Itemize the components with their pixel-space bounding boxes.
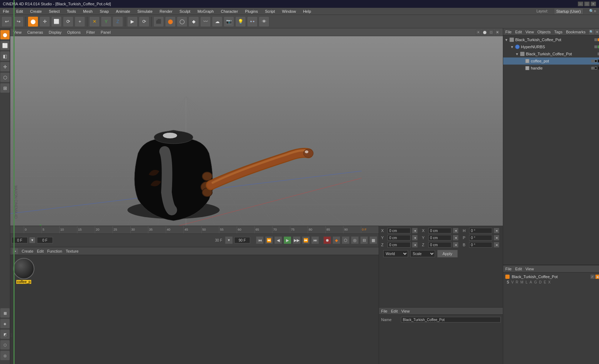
tab-g[interactable]: G bbox=[534, 280, 537, 284]
menu-file[interactable]: File bbox=[1, 9, 11, 14]
attr-menu-file[interactable]: File bbox=[505, 267, 512, 271]
tab-a[interactable]: A bbox=[529, 280, 532, 284]
tab-r[interactable]: R bbox=[516, 280, 518, 284]
record-btn[interactable]: ⏺ bbox=[323, 236, 331, 244]
record-options-btn[interactable]: ⊟ bbox=[360, 236, 368, 244]
menu-mesh[interactable]: Mesh bbox=[82, 9, 94, 14]
menu-simulate[interactable]: Simulate bbox=[136, 9, 154, 14]
material-coffee-pot[interactable]: coffee_p bbox=[13, 258, 34, 361]
b-field[interactable] bbox=[469, 242, 492, 248]
camera-icon[interactable]: 📷 bbox=[224, 16, 234, 27]
render-view-icon[interactable]: 👁 bbox=[259, 16, 269, 27]
p-field[interactable] bbox=[469, 235, 492, 241]
menu-sculpt[interactable]: Sculpt bbox=[178, 9, 192, 14]
x-size-arrow[interactable]: ◂ bbox=[453, 228, 458, 233]
tab-s[interactable]: S bbox=[507, 280, 509, 284]
viewport-menu-cameras[interactable]: Cameras bbox=[27, 30, 43, 34]
prev-keyframe-btn[interactable]: ⏪ bbox=[265, 236, 273, 244]
props-menu-file[interactable]: File bbox=[381, 309, 388, 313]
menu-snap[interactable]: Snap bbox=[98, 9, 110, 14]
keyframe-btn[interactable]: ◆ bbox=[333, 236, 340, 244]
b-arrow[interactable]: ◂ bbox=[494, 242, 499, 248]
viewport-menu-display[interactable]: Display bbox=[49, 30, 61, 34]
next-keyframe-btn[interactable]: ⏩ bbox=[302, 236, 310, 244]
z-size-field[interactable] bbox=[428, 242, 451, 248]
paint-btn[interactable]: ⬡ bbox=[0, 72, 10, 82]
h-arrow[interactable]: ◂ bbox=[494, 228, 499, 233]
obj-menu-view[interactable]: View bbox=[526, 30, 534, 34]
cube-icon[interactable]: ⬛ bbox=[153, 16, 164, 27]
menu-plugins[interactable]: Plugins bbox=[244, 9, 259, 14]
material-menu-function[interactable]: Function bbox=[47, 249, 62, 253]
props-menu-edit[interactable]: Edit bbox=[391, 309, 398, 313]
redo-button[interactable]: ↪ bbox=[13, 16, 24, 27]
tab-l[interactable]: L bbox=[526, 280, 528, 284]
y-axis[interactable]: Y bbox=[101, 16, 111, 27]
tab-d[interactable]: D bbox=[539, 280, 542, 284]
motion-btn[interactable]: ⬡ bbox=[342, 236, 350, 244]
filter-icon[interactable]: ≡ bbox=[595, 29, 599, 34]
viewport-menu-options[interactable]: Options bbox=[67, 30, 81, 34]
animate-icon[interactable]: ⟳ bbox=[139, 16, 149, 27]
x-pos-arrow[interactable]: ◂ bbox=[412, 228, 418, 233]
select-tool[interactable]: ⬤ bbox=[28, 16, 38, 27]
y-pos-arrow[interactable]: ◂ bbox=[412, 235, 418, 241]
material-menu-edit[interactable]: Edit bbox=[37, 249, 44, 253]
mode-b[interactable]: ◈ bbox=[0, 319, 10, 329]
name-value-field[interactable] bbox=[401, 317, 501, 322]
render-button[interactable]: ✕ bbox=[89, 16, 100, 27]
tree-item-coffee-pot[interactable]: coffee_pot bbox=[503, 57, 599, 65]
object-mode-btn[interactable]: ⬤ bbox=[0, 30, 10, 40]
menu-tools[interactable]: Tools bbox=[65, 9, 77, 14]
viewport-icon-3[interactable]: □ bbox=[489, 30, 494, 35]
search-icon[interactable]: 🔍 bbox=[589, 29, 594, 34]
object-tool[interactable]: + bbox=[75, 16, 85, 27]
menu-edit[interactable]: Edit bbox=[15, 9, 24, 14]
menu-window[interactable]: Window bbox=[281, 9, 297, 14]
tree-item-pot[interactable]: ▼ Black_Turkish_Coffee_Pot bbox=[503, 50, 599, 57]
z-axis[interactable]: Z bbox=[112, 16, 123, 27]
viewport-icon-4[interactable]: ✕ bbox=[495, 30, 500, 35]
move-tool[interactable]: ✛ bbox=[39, 16, 50, 27]
tree-item-root[interactable]: ▼ Black_Turkish_Coffee_Pot bbox=[503, 36, 599, 43]
attr-menu-view[interactable]: View bbox=[526, 267, 534, 271]
z-pos-field[interactable] bbox=[388, 242, 411, 248]
menu-help[interactable]: Help bbox=[302, 9, 313, 14]
h-field[interactable] bbox=[469, 228, 492, 233]
apply-button[interactable]: Apply bbox=[437, 250, 458, 258]
fps-indicator[interactable]: ▼ bbox=[225, 236, 233, 244]
minimize-button[interactable]: ─ bbox=[578, 1, 583, 6]
frame-field-btn[interactable]: ▼ bbox=[29, 237, 35, 243]
material-menu-create[interactable]: Create bbox=[22, 249, 33, 253]
viewport-menu-filter[interactable]: Filter bbox=[86, 30, 95, 34]
edge-mode-btn[interactable]: ⬜ bbox=[0, 40, 10, 50]
y-pos-field[interactable] bbox=[388, 235, 411, 241]
z-pos-arrow[interactable]: ◂ bbox=[412, 242, 418, 248]
tab-v[interactable]: V bbox=[511, 280, 514, 284]
next-frame-btn[interactable]: ▶▶ bbox=[293, 236, 301, 244]
tweak-btn[interactable]: ✛ bbox=[0, 62, 10, 72]
path-btn[interactable]: ◎ bbox=[351, 236, 359, 244]
rotate-tool[interactable]: ⟳ bbox=[63, 16, 73, 27]
menu-animate[interactable]: Animate bbox=[115, 9, 132, 14]
tree-item-handle[interactable]: handle bbox=[503, 65, 599, 72]
obj-menu-bookmarks[interactable]: Bookmarks bbox=[566, 30, 586, 34]
obj-menu-tags[interactable]: Tags bbox=[554, 30, 562, 34]
prev-frame-btn[interactable]: ◀ bbox=[274, 236, 282, 244]
go-end-btn[interactable]: ⏭ bbox=[311, 236, 319, 244]
3d-viewport[interactable]: Perspective bbox=[10, 36, 503, 226]
obj-menu-objects[interactable]: Objects bbox=[537, 30, 550, 34]
nurbs-icon[interactable]: ◆ bbox=[188, 16, 199, 27]
obj-menu-edit[interactable]: Edit bbox=[515, 30, 522, 34]
frame-all[interactable]: ▶ bbox=[127, 16, 138, 27]
polygon-mode-btn[interactable]: ◧ bbox=[0, 51, 10, 61]
viewport-menu-panel[interactable]: Panel bbox=[101, 30, 111, 34]
menu-render[interactable]: Render bbox=[158, 9, 174, 14]
z-size-arrow[interactable]: ◂ bbox=[453, 242, 458, 248]
end-frame-field[interactable] bbox=[234, 237, 250, 243]
material-menu-texture[interactable]: Texture bbox=[66, 249, 78, 253]
menu-create[interactable]: Create bbox=[29, 9, 43, 14]
undo-button[interactable]: ↩ bbox=[1, 16, 12, 27]
viewport-icon-1[interactable]: + bbox=[476, 30, 481, 35]
snap-btn[interactable]: ⊞ bbox=[0, 83, 10, 93]
